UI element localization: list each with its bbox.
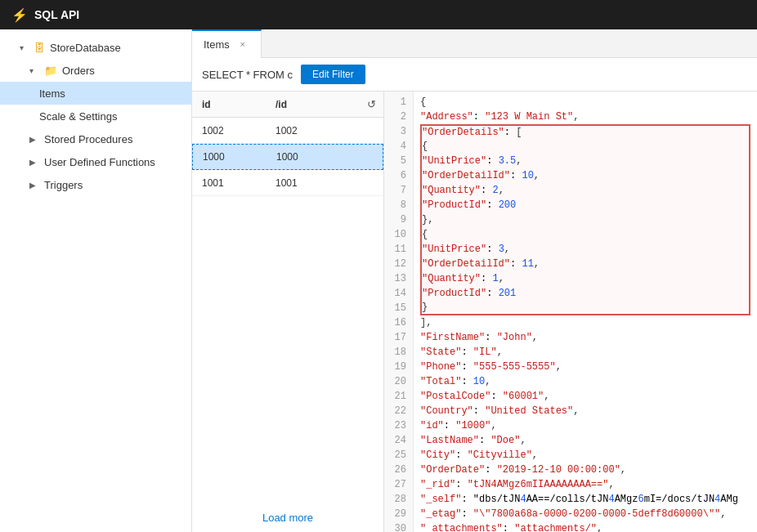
load-more-section: Load more bbox=[192, 503, 383, 532]
code-area: { "Address": "123 W Main St", "OrderDeta… bbox=[414, 92, 757, 532]
table-cell-id: 1000 bbox=[193, 151, 267, 163]
table-cell-id: 1002 bbox=[192, 125, 266, 136]
chevron-right-icon-sp: ▶ bbox=[29, 135, 39, 144]
sidebar-item-scale-settings[interactable]: Scale & Settings bbox=[0, 105, 191, 127]
line-number: 22 bbox=[384, 404, 413, 418]
orders-label: Orders bbox=[62, 65, 95, 77]
tab-close-button[interactable]: × bbox=[236, 38, 249, 51]
code-line: "UnitPrice": 3.5, bbox=[420, 154, 750, 168]
line-number: 25 bbox=[384, 448, 413, 463]
table-panel: id /id ↺ 1002 1002 1000 1000 bbox=[192, 92, 384, 532]
database-icon: 🗄 bbox=[34, 42, 45, 54]
line-number: 17 bbox=[384, 330, 413, 345]
user-defined-functions-label: User Defined Functions bbox=[44, 156, 155, 168]
line-number: 9 bbox=[384, 212, 413, 227]
sidebar-item-triggers[interactable]: ▶ Triggers bbox=[0, 173, 191, 196]
table-row[interactable]: 1002 1002 bbox=[192, 118, 383, 144]
line-number: 21 bbox=[384, 389, 413, 404]
line-number: 16 bbox=[384, 315, 413, 330]
line-number: 5 bbox=[384, 154, 413, 168]
app-title: SQL API bbox=[34, 8, 79, 21]
sidebar-item-items[interactable]: Items bbox=[0, 82, 191, 105]
line-number: 20 bbox=[384, 374, 413, 389]
line-number: 3 bbox=[384, 124, 413, 139]
table-body: 1002 1002 1000 1000 1001 1001 bbox=[192, 118, 383, 503]
line-number: 27 bbox=[384, 477, 413, 492]
json-content: 1234567891011121314151617181920212223242… bbox=[384, 92, 757, 532]
line-number: 15 bbox=[384, 301, 413, 315]
scale-settings-label: Scale & Settings bbox=[39, 110, 117, 123]
line-number: 6 bbox=[384, 168, 413, 183]
code-line: "Country": "United States", bbox=[420, 404, 750, 418]
table-cell-slash-id: 1001 bbox=[266, 177, 383, 189]
code-line: "id": "1000", bbox=[420, 418, 750, 433]
chevron-down-icon: ▾ bbox=[20, 43, 29, 52]
line-number: 2 bbox=[384, 110, 413, 124]
query-text: SELECT * FROM c bbox=[202, 69, 293, 81]
line-number: 29 bbox=[384, 507, 413, 521]
code-line: "PostalCode": "60001", bbox=[420, 389, 750, 404]
table-row[interactable]: 1000 1000 bbox=[192, 144, 383, 170]
tab-items[interactable]: Items × bbox=[192, 29, 262, 58]
code-line: "OrderDetailId": 10, bbox=[420, 168, 750, 183]
chevron-down-icon-orders: ▾ bbox=[29, 66, 39, 75]
table-header-slash-id: /id bbox=[266, 99, 359, 110]
query-bar: SELECT * FROM c Edit Filter bbox=[192, 58, 757, 92]
refresh-button[interactable]: ↺ bbox=[359, 98, 383, 110]
line-number: 28 bbox=[384, 492, 413, 507]
line-number: 1 bbox=[384, 95, 413, 110]
line-number: 11 bbox=[384, 242, 413, 257]
code-line: { bbox=[420, 139, 750, 154]
line-numbers: 1234567891011121314151617181920212223242… bbox=[384, 92, 414, 532]
code-line: { bbox=[420, 95, 750, 110]
json-panel[interactable]: 1234567891011121314151617181920212223242… bbox=[384, 92, 757, 532]
code-line: "Total": 10, bbox=[420, 374, 750, 389]
code-line: "OrderDetails": [ bbox=[420, 124, 750, 139]
folder-icon-orders: 📁 bbox=[44, 65, 57, 77]
table-cell-slash-id: 1002 bbox=[266, 125, 383, 136]
code-line: "_rid": "tJN4AMgz6mIIAAAAAAAA==", bbox=[420, 477, 750, 492]
items-label: Items bbox=[39, 87, 65, 100]
code-line: "Quantity": 2, bbox=[420, 183, 750, 198]
sidebar-item-store-database[interactable]: ▾ 🗄 StoreDatabase bbox=[0, 36, 191, 59]
triggers-label: Triggers bbox=[44, 179, 83, 191]
line-number: 24 bbox=[384, 433, 413, 448]
code-line: } bbox=[420, 301, 750, 315]
sidebar-item-user-defined-functions[interactable]: ▶ User Defined Functions bbox=[0, 150, 191, 173]
content-area: Items × SELECT * FROM c Edit Filter id /… bbox=[192, 29, 757, 532]
tab-label: Items bbox=[204, 38, 230, 51]
code-line: "Phone": "555-555-5555", bbox=[420, 360, 750, 374]
sidebar-item-orders[interactable]: ▾ 📁 Orders bbox=[0, 59, 191, 82]
load-more-button[interactable]: Load more bbox=[262, 512, 313, 524]
line-number: 7 bbox=[384, 183, 413, 198]
sidebar: ▾ 🗄 StoreDatabase ▾ 📁 Orders Items Scale… bbox=[0, 29, 192, 532]
code-line: "OrderDetailId": 11, bbox=[420, 257, 750, 271]
table-header: id /id ↺ bbox=[192, 92, 383, 118]
line-number: 26 bbox=[384, 463, 413, 477]
code-line: "OrderDate": "2019-12-10 00:00:00", bbox=[420, 463, 750, 477]
code-line: "FirstName": "John", bbox=[420, 330, 750, 345]
table-header-id: id bbox=[192, 99, 266, 110]
line-number: 12 bbox=[384, 257, 413, 271]
line-number: 30 bbox=[384, 521, 413, 532]
code-line: }, bbox=[420, 212, 750, 227]
code-line: "State": "IL", bbox=[420, 345, 750, 360]
line-number: 4 bbox=[384, 139, 413, 154]
edit-filter-button[interactable]: Edit Filter bbox=[301, 65, 365, 84]
line-number: 14 bbox=[384, 286, 413, 301]
chevron-right-icon-udf: ▶ bbox=[29, 158, 39, 167]
line-number: 19 bbox=[384, 360, 413, 374]
code-line: "_attachments": "attachments/", bbox=[420, 521, 750, 532]
sidebar-item-stored-procedures[interactable]: ▶ Stored Procedures bbox=[0, 127, 191, 150]
tab-bar: Items × bbox=[192, 29, 757, 58]
table-row[interactable]: 1001 1001 bbox=[192, 170, 383, 196]
chevron-right-icon-triggers: ▶ bbox=[29, 181, 39, 190]
code-line: { bbox=[420, 227, 750, 242]
code-line: "_etag": "\"7800a68a-0000-0200-0000-5def… bbox=[420, 507, 750, 521]
line-number: 13 bbox=[384, 271, 413, 286]
line-number: 8 bbox=[384, 198, 413, 212]
code-line: "LastName": "Doe", bbox=[420, 433, 750, 448]
line-number: 10 bbox=[384, 227, 413, 242]
app-header: ⚡ SQL API bbox=[0, 0, 757, 29]
database-label: StoreDatabase bbox=[50, 42, 121, 54]
